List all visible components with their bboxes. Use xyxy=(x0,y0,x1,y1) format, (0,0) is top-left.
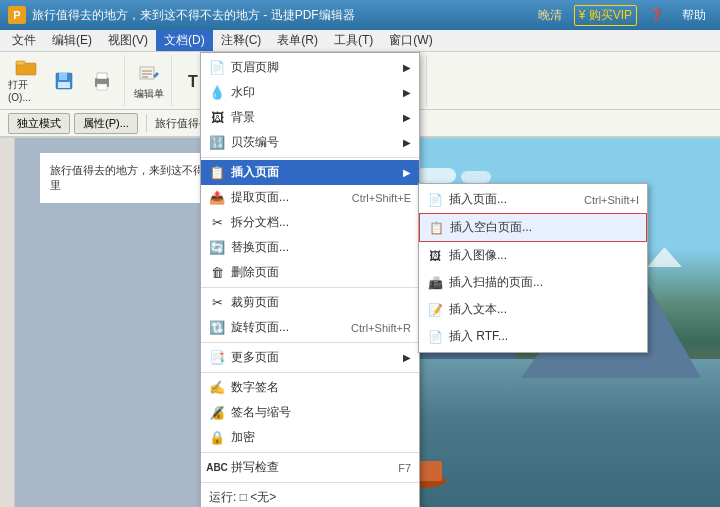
clouds xyxy=(416,168,491,183)
user-info: 晚清 xyxy=(532,5,568,26)
menu-run[interactable]: 运行: □ <无> xyxy=(201,485,419,507)
separator3 xyxy=(201,342,419,343)
menu-tools[interactable]: 工具(T) xyxy=(326,30,381,51)
header-footer-label: 页眉页脚 xyxy=(231,59,393,76)
print-button[interactable] xyxy=(84,59,120,103)
spell-check-icon: ABC xyxy=(209,460,225,476)
insert-page-arrow: ▶ xyxy=(403,167,411,178)
properties-button[interactable]: 属性(P)... xyxy=(74,113,138,134)
pagenumber-icon: 🔢 xyxy=(209,135,225,151)
toolbar-group-edit: 编辑单 xyxy=(127,55,172,107)
background-arrow: ▶ xyxy=(403,112,411,123)
rotate-page-label: 旋转页面... xyxy=(231,319,325,336)
replace-page-label: 替换页面... xyxy=(231,239,411,256)
menu-crop-page[interactable]: ✂ 裁剪页面 xyxy=(201,290,419,315)
svg-rect-7 xyxy=(97,84,107,90)
submenu-insert-image[interactable]: 🖼 插入图像... xyxy=(419,242,647,269)
help-icon[interactable]: ❓ xyxy=(643,6,670,24)
separator4 xyxy=(201,372,419,373)
save-icon xyxy=(52,69,76,93)
menu-window[interactable]: 窗口(W) xyxy=(381,30,440,51)
save-button[interactable] xyxy=(46,59,82,103)
delete-page-icon: 🗑 xyxy=(209,265,225,281)
menu-watermark[interactable]: 💧 水印 ▶ xyxy=(201,80,419,105)
toolbar2-separator xyxy=(146,114,147,132)
sign-seal-icon: 🔏 xyxy=(209,405,225,421)
menu-digital-sign[interactable]: ✍ 数字签名 xyxy=(201,375,419,400)
menu-table[interactable]: 表单(R) xyxy=(269,30,326,51)
extract-page-icon: 📤 xyxy=(209,190,225,206)
menu-bar: 文件 编辑(E) 视图(V) 文档(D) 注释(C) 表单(R) 工具(T) 窗… xyxy=(0,30,720,52)
document-dropdown: 📄 页眉页脚 ▶ 💧 水印 ▶ 🖼 背景 ▶ 🔢 贝茨编号 ▶ 📋 插入页面 ▶… xyxy=(200,52,420,507)
pagenumber-arrow: ▶ xyxy=(403,137,411,148)
svg-rect-3 xyxy=(59,73,67,80)
toolbar-group-file: 打开(O)... xyxy=(4,55,125,107)
menu-more-pages[interactable]: 📑 更多页面 ▶ xyxy=(201,345,419,370)
submenu-insert-image-label: 插入图像... xyxy=(449,247,507,264)
encrypt-icon: 🔒 xyxy=(209,430,225,446)
standalone-mode-button[interactable]: 独立模式 xyxy=(8,113,70,134)
menu-rotate-page[interactable]: 🔃 旋转页面... Ctrl+Shift+R xyxy=(201,315,419,340)
submenu-insert-rtf-icon: 📄 xyxy=(427,329,443,345)
insert-page-submenu: 📄 插入页面... Ctrl+Shift+I 📋 插入空白页面... 🖼 插入图… xyxy=(418,183,648,353)
submenu-insert-scan[interactable]: 📠 插入扫描的页面... xyxy=(419,269,647,296)
rotate-page-shortcut: Ctrl+Shift+R xyxy=(351,322,411,334)
edit-button[interactable]: 编辑单 xyxy=(131,59,167,103)
background-label: 背景 xyxy=(231,109,393,126)
menu-document[interactable]: 文档(D) xyxy=(156,30,213,51)
svg-rect-1 xyxy=(16,61,25,65)
submenu-insert-rtf-label: 插入 RTF... xyxy=(449,328,508,345)
buy-vip-button[interactable]: ¥ 购买VIP xyxy=(574,5,637,26)
menu-file[interactable]: 文件 xyxy=(4,30,44,51)
title-controls: 晚清 ¥ 购买VIP ❓ 帮助 xyxy=(532,5,712,26)
app-icon: P xyxy=(8,6,26,24)
more-pages-arrow: ▶ xyxy=(403,352,411,363)
menu-edit[interactable]: 编辑(E) xyxy=(44,30,100,51)
left-panel xyxy=(0,138,15,507)
split-doc-icon: ✂ xyxy=(209,215,225,231)
menu-split-doc[interactable]: ✂ 拆分文档... xyxy=(201,210,419,235)
separator5 xyxy=(201,452,419,453)
menu-insert-page[interactable]: 📋 插入页面 ▶ xyxy=(201,160,419,185)
print-icon xyxy=(90,69,114,93)
submenu-insert-scan-icon: 📠 xyxy=(427,275,443,291)
submenu-insert-text-icon: 📝 xyxy=(427,302,443,318)
menu-replace-page[interactable]: 🔄 替换页面... xyxy=(201,235,419,260)
svg-rect-6 xyxy=(97,73,107,79)
help-label[interactable]: 帮助 xyxy=(676,5,712,26)
sign-seal-label: 签名与缩号 xyxy=(231,404,411,421)
menu-delete-page[interactable]: 🗑 删除页面 xyxy=(201,260,419,285)
menu-comment[interactable]: 注释(C) xyxy=(213,30,270,51)
menu-sign-seal[interactable]: 🔏 签名与缩号 xyxy=(201,400,419,425)
more-pages-label: 更多页面 xyxy=(231,349,393,366)
submenu-insert-image-icon: 🖼 xyxy=(427,248,443,264)
menu-header-footer[interactable]: 📄 页眉页脚 ▶ xyxy=(201,55,419,80)
edit-icon xyxy=(137,61,161,85)
svg-rect-4 xyxy=(58,82,70,88)
digital-sign-label: 数字签名 xyxy=(231,379,411,396)
pagenumber-label: 贝茨编号 xyxy=(231,134,393,151)
open-button[interactable]: 打开(O)... xyxy=(8,59,44,103)
menu-encrypt[interactable]: 🔒 加密 xyxy=(201,425,419,450)
menu-spell-check[interactable]: ABC 拼写检查 F7 xyxy=(201,455,419,480)
menu-view[interactable]: 视图(V) xyxy=(100,30,156,51)
submenu-insert-blank-icon: 📋 xyxy=(428,220,444,236)
submenu-insert-text-label: 插入文本... xyxy=(449,301,507,318)
submenu-insert-page[interactable]: 📄 插入页面... Ctrl+Shift+I xyxy=(419,186,647,213)
spell-check-shortcut: F7 xyxy=(398,462,411,474)
background-icon: 🖼 xyxy=(209,110,225,126)
submenu-insert-text[interactable]: 📝 插入文本... xyxy=(419,296,647,323)
split-doc-label: 拆分文档... xyxy=(231,214,411,231)
separator6 xyxy=(201,482,419,483)
insert-page-icon: 📋 xyxy=(209,165,225,181)
insert-page-label: 插入页面 xyxy=(231,164,393,181)
replace-page-icon: 🔄 xyxy=(209,240,225,256)
header-footer-icon: 📄 xyxy=(209,60,225,76)
submenu-insert-rtf[interactable]: 📄 插入 RTF... xyxy=(419,323,647,350)
folder-icon xyxy=(14,58,38,76)
title-bar: P 旅行值得去的地方，来到这不得不去的地方 - 迅捷PDF编辑器 晚清 ¥ 购买… xyxy=(0,0,720,30)
menu-extract-page[interactable]: 📤 提取页面... Ctrl+Shift+E xyxy=(201,185,419,210)
menu-background[interactable]: 🖼 背景 ▶ xyxy=(201,105,419,130)
submenu-insert-blank-page[interactable]: 📋 插入空白页面... xyxy=(419,213,647,242)
menu-pagenumber[interactable]: 🔢 贝茨编号 ▶ xyxy=(201,130,419,155)
